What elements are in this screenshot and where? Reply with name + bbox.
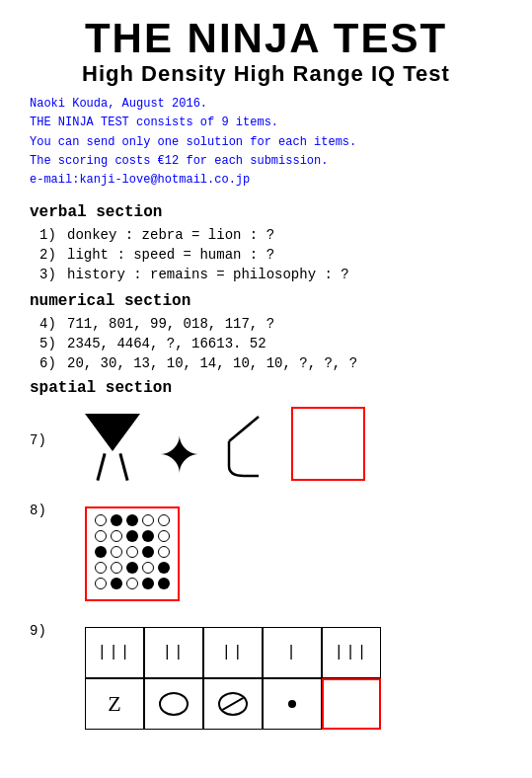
numerical-q5: 5) 2345, 4464, ?, 16613. 52 <box>39 336 502 351</box>
tally-2: || <box>162 644 185 661</box>
dot <box>142 578 154 589</box>
q4-text: 711, 801, 99, 018, 117, ? <box>67 316 274 332</box>
q3-text: history : remains = philosophy : ? <box>67 267 349 282</box>
q9-cell-r2c3 <box>203 678 263 730</box>
q3-num: 3) <box>39 267 61 282</box>
dot <box>142 562 154 574</box>
q9-cell-r2c4 <box>263 678 322 730</box>
dot <box>95 514 107 526</box>
q9-cell-r2c2 <box>144 678 203 730</box>
q1-num: 1) <box>39 227 61 243</box>
left-leg <box>96 453 106 481</box>
q8-row3 <box>95 546 170 558</box>
dot <box>142 514 154 526</box>
tally-1: | <box>286 644 298 661</box>
numerical-q6: 6) 20, 30, 13, 10, 14, 10, 10, ?, ?, ? <box>39 355 502 371</box>
q9-cell-r1c2: || <box>144 627 203 678</box>
dot <box>126 578 138 589</box>
dot <box>142 546 154 558</box>
dot <box>111 530 122 542</box>
q9-grid: ||| || || | ||| Z <box>85 627 381 730</box>
tally-3b: ||| <box>335 644 369 661</box>
intro-line5: e-mail:kanji-love@hotmail.co.jp <box>30 171 502 190</box>
q8-row5 <box>95 578 170 589</box>
circle-icon <box>159 692 189 716</box>
verbal-q3: 3) history : remains = philosophy : ? <box>39 267 502 282</box>
spatial-section-title: spatial section <box>30 379 502 397</box>
dot <box>126 514 138 526</box>
dot <box>158 578 170 589</box>
q8-num: 8) <box>30 503 57 518</box>
q9-num: 9) <box>30 623 57 639</box>
q9-cell-r1c5: ||| <box>322 627 381 678</box>
q9-cell-r1c3: || <box>203 627 263 678</box>
dot <box>158 530 170 542</box>
q8-row1 <box>95 514 170 526</box>
right-leg <box>118 453 128 481</box>
triangle-down-icon <box>85 414 140 451</box>
z-symbol: Z <box>108 691 120 717</box>
verbal-q2: 2) light : speed = human : ? <box>39 247 502 263</box>
q7-answer-box <box>291 407 365 481</box>
intro-line2: THE NINJA TEST consists of 9 items. <box>30 114 502 132</box>
dot <box>126 562 138 574</box>
q9-cell-r1c4: | <box>263 627 322 678</box>
q7-fig3-angle <box>219 412 273 481</box>
q5-num: 5) <box>39 336 61 351</box>
dot <box>111 578 122 589</box>
q7-fig2-star: ✦ <box>158 429 201 481</box>
q9-cell-r1c1: ||| <box>85 627 144 678</box>
q1-text: donkey : zebra = lion : ? <box>67 227 274 243</box>
q2-num: 2) <box>39 247 61 263</box>
angle-svg <box>219 412 273 481</box>
q9-answer-cell <box>322 678 381 730</box>
intro-line4: The scoring costs €12 for each submissio… <box>30 152 502 171</box>
verbal-q1: 1) donkey : zebra = lion : ? <box>39 227 502 243</box>
dot <box>142 530 154 542</box>
dot <box>111 562 122 574</box>
q9-cell-r2c1: Z <box>85 678 144 730</box>
dot <box>95 530 107 542</box>
q5-text: 2345, 4464, ?, 16613. 52 <box>67 336 266 351</box>
dot <box>95 578 107 589</box>
dot <box>126 530 138 542</box>
numerical-q4: 4) 711, 801, 99, 018, 117, ? <box>39 316 502 332</box>
tally-2b: || <box>221 644 244 661</box>
q6-text: 20, 30, 13, 10, 14, 10, 10, ?, ?, ? <box>67 355 357 371</box>
dot <box>126 546 138 558</box>
bullet-icon <box>288 700 296 708</box>
dot <box>158 514 170 526</box>
numerical-questions: 4) 711, 801, 99, 018, 117, ? 5) 2345, 44… <box>30 316 502 371</box>
tally-3: ||| <box>98 644 132 661</box>
page-title: THE NINJA TEST <box>30 16 502 61</box>
verbal-section-title: verbal section <box>30 203 502 221</box>
q6-num: 6) <box>39 355 61 371</box>
dot <box>158 546 170 558</box>
dot <box>95 562 107 574</box>
page-subtitle: High Density High Range IQ Test <box>30 61 502 87</box>
q8-row4 <box>95 562 170 574</box>
dot <box>158 562 170 574</box>
q7-fig1-legs <box>100 453 125 481</box>
slash-circle-icon <box>218 692 248 716</box>
q7-shapes: ✦ <box>85 407 365 481</box>
numerical-section-title: numerical section <box>30 292 502 310</box>
q7-num: 7) <box>30 432 57 448</box>
intro-block: Naoki Kouda, August 2016. THE NINJA TEST… <box>30 95 502 190</box>
q8-grid <box>85 506 180 601</box>
intro-line1: Naoki Kouda, August 2016. <box>30 95 502 114</box>
dot <box>95 546 107 558</box>
q7-fig1 <box>85 414 140 481</box>
verbal-questions: 1) donkey : zebra = lion : ? 2) light : … <box>30 227 502 282</box>
dot <box>111 514 122 526</box>
q2-text: light : speed = human : ? <box>67 247 274 263</box>
intro-line3: You can send only one solution for each … <box>30 133 502 152</box>
q4-num: 4) <box>39 316 61 332</box>
dot <box>111 546 122 558</box>
svg-line-0 <box>229 417 259 441</box>
q8-row2 <box>95 530 170 542</box>
